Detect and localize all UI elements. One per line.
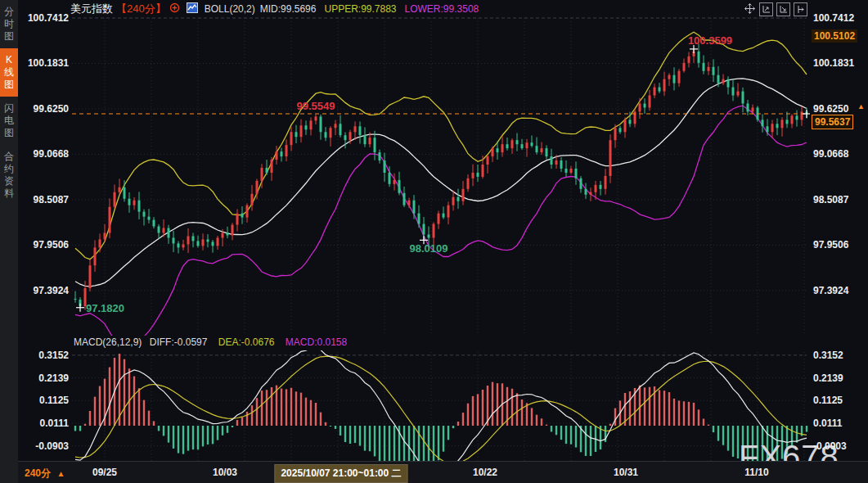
price-label-left: 100.1831 bbox=[28, 57, 69, 69]
x-axis-date: 09/25 bbox=[92, 467, 117, 478]
macd-header: MACD(26,12,9) DIFF:-0.0597 DEA:-0.0676 M… bbox=[74, 336, 347, 348]
zoom-horizontal-icon[interactable] bbox=[776, 2, 790, 16]
sidebar-tab-3[interactable]: 合约资料 bbox=[0, 145, 18, 205]
session-tooltip: 2025/10/07 21:00~01:00 二 bbox=[274, 464, 407, 483]
period-title[interactable]: 【240分】 bbox=[116, 2, 166, 16]
macd-label-left: 0.1125 bbox=[39, 395, 69, 406]
grid-lines bbox=[72, 18, 807, 461]
price-annotation: 100.3599 bbox=[688, 34, 732, 47]
macd-panel bbox=[74, 347, 807, 463]
current-price-badge: 99.5637 bbox=[812, 115, 853, 129]
macd-name: MACD(26,12,9) bbox=[74, 336, 142, 348]
boll-mid-value: MID:99.5696 bbox=[260, 3, 317, 15]
price-label-left: 97.3924 bbox=[34, 285, 69, 296]
price-label-right: 99.0668 bbox=[813, 148, 848, 160]
price-label-left: 98.5087 bbox=[34, 194, 69, 205]
macd-hist-value: MACD:0.0158 bbox=[286, 336, 347, 348]
zoom-vertical-icon[interactable] bbox=[759, 2, 773, 16]
macd-label-right: -0.0903 bbox=[813, 440, 847, 452]
price-label-right: 98.5087 bbox=[813, 194, 848, 205]
price-label-left: 99.6250 bbox=[34, 103, 69, 115]
chart-header: 美元指数 【240分】 BOLL(20,2) MID:99.5696 UPPER… bbox=[25, 0, 762, 18]
chart-toolbar bbox=[744, 2, 807, 16]
right-price-axis: 100.5102 ▲ 99.5637 100.7412100.183199.62… bbox=[810, 0, 868, 483]
boll-label: BOLL(20,2) bbox=[205, 3, 255, 15]
boll-upper-value: UPPER:99.7883 bbox=[324, 3, 396, 15]
sidebar-tab-0[interactable]: 分时图 bbox=[0, 0, 18, 48]
symbol-title: 美元指数 bbox=[70, 2, 113, 16]
macd-label-left: -0.0903 bbox=[35, 440, 69, 452]
macd-diff-value: DIFF:-0.0597 bbox=[150, 336, 208, 348]
macd-label-right: 0.1125 bbox=[813, 395, 843, 406]
price-label-right: 100.7412 bbox=[813, 12, 854, 24]
price-annotation: 98.0109 bbox=[410, 242, 448, 255]
period-text: 240分 bbox=[25, 467, 51, 479]
sidebar-tab-1[interactable]: K线图 bbox=[0, 48, 18, 97]
macd-label-left: 0.2139 bbox=[38, 372, 69, 384]
add-indicator-icon[interactable] bbox=[169, 2, 180, 16]
crosshair-icon[interactable] bbox=[744, 2, 756, 15]
macd-label-left: 0.0111 bbox=[40, 418, 69, 429]
macd-label-right: 0.3152 bbox=[813, 350, 843, 361]
macd-label-right: 0.2139 bbox=[813, 372, 843, 384]
price-label-right: 100.1831 bbox=[813, 57, 854, 69]
candles bbox=[74, 43, 808, 309]
price-label-left: 99.0668 bbox=[34, 148, 69, 160]
macd-dea-value: DEA:-0.0676 bbox=[218, 336, 275, 348]
price-annotation: 99.5549 bbox=[297, 100, 335, 112]
x-axis-date: 11/10 bbox=[744, 467, 768, 478]
candlestick-macd-chart[interactable]: 97.182099.554998.0109100.3599 bbox=[72, 16, 810, 463]
pan-right-icon[interactable] bbox=[794, 2, 807, 16]
macd-label-left: 0.3152 bbox=[38, 350, 69, 361]
extreme-cross-markers bbox=[76, 45, 810, 312]
price-label-right: 99.6250 bbox=[813, 103, 848, 115]
sidebar-tab-2[interactable]: 闪电图 bbox=[0, 97, 18, 145]
side-tab-rail: 分时图K线图闪电图合约资料 bbox=[0, 0, 18, 483]
time-axis-bar: 240分 ▲ 2025/10/07 21:00~01:00 二 09/2510/… bbox=[18, 461, 868, 483]
x-axis-date: 10/31 bbox=[614, 467, 638, 478]
price-label-right: 97.3924 bbox=[813, 285, 848, 296]
boll-lower-value: LOWER:99.3508 bbox=[405, 3, 479, 15]
left-price-axis: 100.7412100.183199.625099.066898.508797.… bbox=[18, 0, 72, 483]
macd-label-right: 0.0111 bbox=[813, 418, 842, 429]
session-high-badge: 100.5102 bbox=[812, 29, 857, 43]
price-annotation: 97.1820 bbox=[86, 302, 124, 314]
chart-type-icon[interactable] bbox=[187, 2, 198, 16]
up-arrow-icon[interactable]: ▲ bbox=[857, 103, 865, 111]
period-indicator[interactable]: 240分 ▲ bbox=[25, 467, 65, 481]
x-axis-date: 10/03 bbox=[213, 467, 237, 478]
bollinger-bands bbox=[75, 32, 807, 347]
x-axis-date: 10/22 bbox=[473, 467, 497, 478]
price-label-right: 97.9506 bbox=[813, 239, 848, 251]
price-label-left: 97.9506 bbox=[34, 239, 69, 251]
period-up-icon: ▲ bbox=[56, 469, 65, 478]
